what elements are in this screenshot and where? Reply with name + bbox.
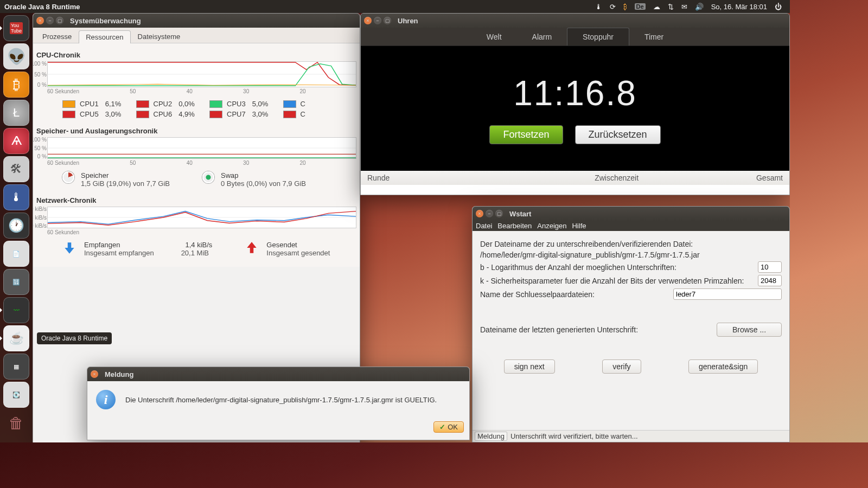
launcher-system-monitor[interactable]: 〰 [3, 297, 29, 323]
minimize-icon[interactable]: − [46, 17, 54, 24]
clocks-titlebar[interactable]: × − ▢ Uhren [361, 14, 789, 28]
cpu-legend-item: CPU35,0% [209, 100, 272, 108]
launcher-tooltip: Oracle Java 8 Runtime [37, 332, 112, 344]
clocks-tabs: Welt Alarm Stoppuhr Timer [361, 28, 789, 46]
volume-icon[interactable]: 🔊 [695, 3, 704, 11]
close-icon[interactable]: × [91, 370, 98, 378]
close-icon[interactable]: × [476, 210, 483, 217]
launcher-text-editor[interactable]: 📄 [3, 241, 29, 267]
launcher-calculator[interactable]: 🔢 [3, 269, 29, 295]
k-input[interactable] [758, 275, 782, 286]
memory-legend: Speicher1,5 GiB (19,0%) von 7,7 GiB [62, 171, 170, 188]
launcher-thermometer[interactable]: 🌡 [3, 184, 29, 210]
b-input[interactable] [758, 261, 782, 273]
continue-button[interactable]: Fortsetzen [489, 125, 563, 144]
keyboard-indicator[interactable]: De [635, 3, 646, 10]
generate-sign-button[interactable]: generate&sign [688, 359, 758, 374]
launcher-youtube[interactable]: YouTube [3, 15, 29, 41]
tab-resources[interactable]: Ressourcen [79, 30, 130, 43]
b-label: b - Logarithmus der Anzahl der moegliche… [480, 263, 754, 272]
close-icon[interactable]: × [36, 17, 44, 24]
dialog-title: Meldung [105, 370, 133, 378]
maximize-icon[interactable]: ▢ [384, 17, 391, 24]
launcher-settings[interactable]: 🛠 [3, 156, 29, 182]
mem-section-title: Speicher- und Auslagerungschronik [36, 124, 356, 137]
cpu-xaxis: 60 Sekunden50403020 [47, 88, 356, 94]
sync-icon[interactable]: ⟳ [610, 3, 616, 11]
clocks-window: × − ▢ Uhren Welt Alarm Stoppuhr Timer 11… [360, 13, 790, 195]
net-recv: Empfangen1,4 kiB/s Insgesamt empfangen20… [62, 241, 212, 257]
minimize-icon[interactable]: − [374, 17, 381, 24]
lap-list [361, 185, 789, 195]
clocks-title: Uhren [398, 17, 418, 25]
cpu-section-title: CPU-Chronik [36, 48, 356, 61]
launcher-reddit[interactable]: 👽 [3, 43, 29, 69]
launcher-litecoin[interactable]: Ł [3, 100, 29, 126]
menu-view[interactable]: Anzeigen [537, 222, 566, 230]
messages-icon[interactable]: ✉ [681, 3, 687, 11]
wstart-titlebar[interactable]: × − ▢ Wstart [473, 207, 789, 221]
verify-button[interactable]: verify [602, 359, 641, 374]
power-icon[interactable]: ⏻ [775, 3, 782, 11]
cpu-legend: CPU16,1%CPU20,0%CPU35,0%CCPU53,0%CPU64,9… [36, 97, 356, 124]
launcher-trash[interactable]: 🗑 [3, 410, 29, 436]
sysmon-tabs: Prozesse Ressourcen Dateisysteme [33, 28, 360, 43]
info-icon: i [96, 390, 116, 409]
tab-world[interactable]: Welt [471, 28, 517, 46]
reset-button[interactable]: Zurücksetzen [575, 125, 661, 144]
net-chart: 5,0 kiB/s2,5 kiB/s0 kiB/s [47, 207, 356, 228]
status-tag: Meldung [475, 432, 507, 441]
launcher-drive[interactable]: 💽 [3, 382, 29, 408]
cpu-legend-item: C [283, 110, 346, 118]
sign-next-button[interactable]: sign next [504, 359, 555, 374]
tab-filesystems[interactable]: Dateisysteme [131, 30, 188, 43]
tab-timer[interactable]: Timer [629, 28, 679, 46]
cpu-chart: 100 %50 %0 % [47, 61, 356, 87]
tab-stopwatch[interactable]: Stoppuhr [567, 28, 629, 46]
tab-processes[interactable]: Prozesse [35, 30, 79, 43]
cpu-legend-item: CPU20,0% [136, 100, 199, 108]
lastsig-label: Dateiname der letzten generierten Unters… [480, 325, 712, 334]
menu-help[interactable]: Hilfe [572, 222, 586, 230]
net-send: Gesendet Insgesamt gesendet [245, 241, 330, 257]
k-label: k - Sicherheitsparameter fuer die Anzahl… [480, 277, 754, 285]
upload-arrow-icon [245, 241, 259, 255]
top-panel: Oracle Java 8 Runtime 🌡 ⟳ ₿ De ☁ ⇅ ✉ 🔊 S… [0, 0, 790, 13]
cloud-icon[interactable]: ☁ [653, 3, 660, 11]
launcher-app-red[interactable]: Ѧ [3, 128, 29, 154]
net-section-title: Netzwerk-Chronik [36, 193, 356, 207]
maximize-icon[interactable]: ▢ [56, 17, 63, 24]
cpu-legend-item: CPU64,9% [136, 110, 199, 118]
launcher-clock[interactable]: 🕐 [3, 213, 29, 239]
menu-edit[interactable]: Bearbeiten [497, 222, 532, 230]
minimize-icon[interactable]: − [486, 210, 493, 217]
launcher-java[interactable]: ☕ Oracle Java 8 Runtime [3, 325, 29, 351]
maximize-icon[interactable]: ▢ [495, 210, 503, 217]
launcher-bitcoin[interactable]: ₿ [3, 72, 29, 98]
bitcoin-icon[interactable]: ₿ [623, 3, 627, 11]
cpu-legend-item: CPU16,1% [62, 100, 125, 108]
stopwatch-time: 11:16.8 [513, 73, 637, 113]
temperature-icon[interactable]: 🌡 [595, 3, 602, 11]
dialog-titlebar[interactable]: × Meldung [87, 367, 469, 381]
browse-button[interactable]: Browse ... [717, 323, 782, 337]
tab-alarm[interactable]: Alarm [517, 28, 567, 46]
wstart-statusbar: Meldung Unterschrift wird verifiziert, b… [473, 430, 789, 442]
sysmon-titlebar[interactable]: × − ▢ Systemüberwachung [33, 14, 360, 28]
ok-button[interactable]: ✓ OK [433, 421, 464, 433]
swap-legend: Swap0 Bytes (0,0%) von 7,9 GiB [202, 171, 306, 188]
clock-text[interactable]: So, 16. Mär 18:01 [711, 3, 767, 11]
app-title: Oracle Java 8 Runtime [4, 3, 80, 11]
close-icon[interactable]: × [364, 17, 372, 24]
download-arrow-icon [62, 241, 76, 255]
filename-label: Der Dateiname der zu unterschreibenden/v… [480, 240, 782, 248]
launcher-workspaces[interactable]: ▦ [3, 354, 29, 380]
launcher: YouTube 👽 ₿ Ł Ѧ 🛠 🌡 🕐 📄 🔢 〰 ☕ Oracle Jav… [0, 13, 33, 442]
keyname-input[interactable] [673, 288, 782, 300]
lap-header: Runde Zwischenzeit Gesamt [361, 171, 789, 185]
menu-file[interactable]: Datei [476, 222, 492, 230]
network-icon[interactable]: ⇅ [668, 3, 674, 11]
sysmon-title: Systemüberwachung [70, 17, 141, 25]
keyname-label: Name der Schluesselpaardateien: [480, 290, 669, 299]
cpu-legend-item: CPU53,0% [62, 110, 125, 118]
